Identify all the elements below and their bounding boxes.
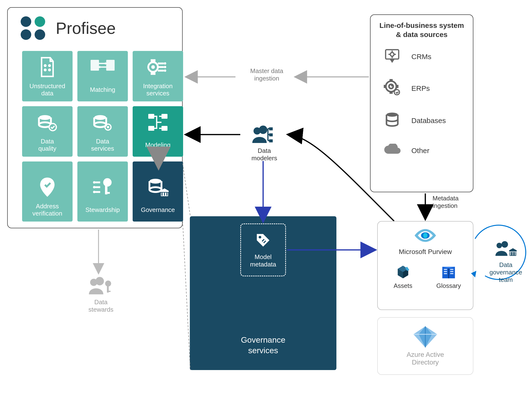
- lob-row-crms: CRMs: [371, 41, 473, 72]
- svg-rect-56: [396, 85, 398, 88]
- tag-icon: [255, 232, 272, 250]
- tile-label: Unstructured data: [30, 83, 65, 97]
- tile-label: Integration services: [143, 83, 173, 97]
- file-dots-icon: [39, 51, 56, 83]
- svg-point-58: [386, 113, 398, 117]
- svg-rect-40: [269, 127, 273, 130]
- svg-rect-4: [91, 60, 99, 71]
- database-icon: [383, 112, 402, 129]
- actor-governance-team: Data governance team: [485, 240, 526, 284]
- svg-rect-55: [384, 85, 386, 88]
- svg-point-33: [149, 187, 161, 192]
- svg-point-35: [259, 236, 261, 238]
- svg-rect-41: [269, 133, 273, 136]
- tile-label: Data quality: [38, 138, 56, 152]
- tile-label: Modeling: [145, 138, 171, 152]
- tile-matching: Matching: [77, 51, 128, 101]
- gear-flow-icon: [147, 51, 169, 83]
- lob-systems-panel: Line-of-business system & data sources C…: [370, 14, 473, 192]
- profisee-title-text: Profisee: [56, 19, 116, 37]
- actor-data-stewards: Data stewards: [79, 276, 123, 313]
- governance-services-panel: Model metadata Governance services: [190, 216, 336, 370]
- tile-stewardship: Stewardship: [77, 161, 128, 222]
- actor-label: Data modelers: [243, 147, 286, 162]
- svg-point-44: [96, 277, 104, 285]
- purview-glossary: Glossary: [429, 264, 468, 290]
- aad-title: Azure Active Directory: [378, 351, 473, 366]
- tile-governance: Governance: [133, 161, 183, 222]
- purview-eye-icon: [412, 226, 439, 246]
- crm-icon: [383, 49, 402, 65]
- model-metadata-label: Model metadata: [250, 253, 276, 268]
- database-check-icon: [37, 107, 58, 138]
- purview-assets-label: Assets: [384, 282, 422, 290]
- svg-rect-42: [269, 139, 273, 142]
- glossary-book-icon: [440, 275, 457, 282]
- key-flow-icon: [92, 172, 113, 203]
- actor-label: Data governance team: [485, 261, 526, 284]
- aad-panel: Azure Active Directory: [377, 317, 473, 375]
- tile-data-quality: Data quality: [22, 106, 73, 157]
- tile-data-services: Data services: [77, 106, 128, 157]
- governance-services-title: Governance services: [190, 334, 336, 356]
- database-bank-icon: [147, 172, 169, 203]
- erp-gear-icon: [383, 79, 402, 98]
- svg-rect-22: [148, 114, 154, 119]
- svg-point-30: [93, 186, 95, 188]
- svg-rect-11: [151, 73, 155, 75]
- tile-label: Address verification: [32, 203, 62, 217]
- tile-label: Data services: [91, 138, 114, 152]
- location-check-icon: [39, 172, 56, 203]
- cloud-icon: [383, 144, 402, 157]
- lob-row-other: Other: [371, 136, 473, 165]
- svg-point-9: [151, 65, 155, 69]
- purview-panel: Microsoft Purview Assets Glossary: [377, 221, 473, 310]
- svg-rect-10: [151, 59, 155, 62]
- profisee-logo-icon: [20, 15, 49, 41]
- matching-icon: [91, 51, 115, 83]
- people-bank-icon: [494, 255, 518, 259]
- svg-point-50: [390, 52, 394, 56]
- lob-label: CRMs: [411, 53, 431, 61]
- lob-title: Line-of-business system & data sources: [371, 15, 473, 41]
- svg-point-39: [259, 126, 267, 134]
- svg-rect-23: [161, 114, 167, 119]
- tile-label: Governance: [141, 203, 175, 217]
- label-metadata-ingestion: Metadata ingestion: [433, 195, 476, 210]
- label-master-data-ingestion: Master data ingestion: [240, 67, 293, 82]
- assets-cube-icon: [395, 275, 411, 282]
- database-gear-icon: [92, 107, 113, 138]
- profisee-panel: Profisee Unstructured data Matching: [7, 7, 183, 228]
- svg-point-0: [44, 65, 46, 66]
- tile-label: Stewardship: [85, 203, 120, 217]
- svg-point-21: [107, 126, 109, 128]
- svg-point-12: [164, 62, 166, 65]
- actor-data-modelers: Data modelers: [243, 125, 286, 162]
- lob-row-databases: Databases: [371, 105, 473, 136]
- tile-label: Matching: [90, 83, 115, 97]
- svg-point-14: [164, 69, 166, 72]
- schema-icon: [147, 107, 169, 138]
- svg-rect-53: [390, 79, 393, 82]
- svg-point-13: [164, 66, 166, 68]
- profisee-header: Profisee: [20, 15, 116, 41]
- lob-label: Databases: [411, 117, 446, 125]
- tile-unstructured-data: Unstructured data: [22, 51, 73, 101]
- svg-point-68: [501, 241, 508, 248]
- svg-point-29: [93, 181, 95, 184]
- model-metadata-box: Model metadata: [240, 223, 286, 276]
- svg-rect-25: [161, 126, 167, 131]
- purview-glossary-label: Glossary: [429, 282, 468, 290]
- svg-point-1: [49, 65, 50, 66]
- lob-label: ERPs: [411, 84, 430, 93]
- svg-point-2: [44, 69, 46, 71]
- svg-point-3: [49, 69, 50, 71]
- svg-line-37: [183, 221, 190, 370]
- aad-diamond-icon: [412, 346, 439, 350]
- svg-point-57: [394, 90, 400, 95]
- tile-address-verification: Address verification: [22, 161, 73, 222]
- people-key-icon: [88, 292, 114, 296]
- actor-label: Data stewards: [79, 298, 123, 313]
- svg-point-67: [496, 243, 502, 248]
- svg-point-31: [93, 191, 95, 193]
